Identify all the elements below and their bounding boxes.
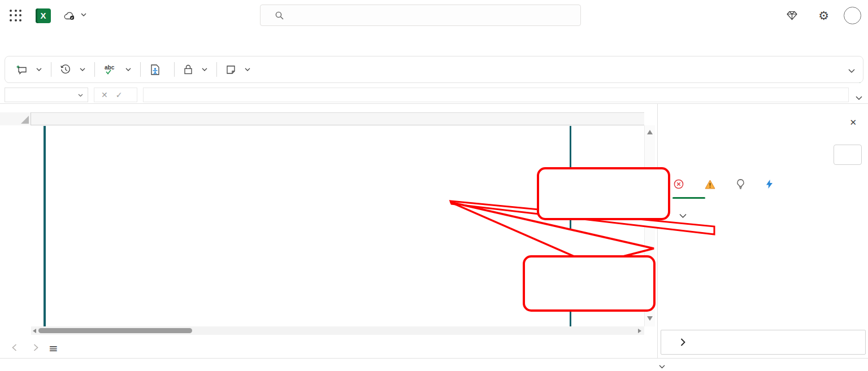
- lightbulb-icon: [736, 179, 745, 189]
- chevron-right-icon: [680, 338, 685, 346]
- gem-icon: [787, 11, 797, 20]
- note-icon: [226, 65, 236, 75]
- cloud-saved-icon: [64, 11, 75, 20]
- search-input[interactable]: [260, 5, 581, 26]
- scroll-up-icon[interactable]: [647, 130, 653, 134]
- accessibility-check-button[interactable]: [143, 60, 172, 79]
- top-right-cluster: ⚙: [787, 0, 868, 31]
- scroll-down-icon[interactable]: [647, 316, 653, 321]
- status-chevron-icon[interactable]: [659, 363, 665, 370]
- error-icon: [674, 179, 684, 189]
- chevron-down-icon: [125, 68, 131, 72]
- missing-alt-text-section[interactable]: [679, 213, 701, 219]
- excel-online-app: X ⚙ ✎: [0, 0, 868, 371]
- issue-filter-tabs: [674, 179, 777, 189]
- scroll-left-icon[interactable]: [33, 329, 36, 333]
- select-all-corner[interactable]: [0, 112, 31, 125]
- ribbon-collapse-chevron-icon[interactable]: [848, 66, 855, 76]
- settings-gear-icon[interactable]: ⚙: [818, 9, 829, 23]
- ribbon-toolbar: abc: [5, 56, 863, 83]
- comment-add-icon: [16, 65, 27, 75]
- ribbon-tab-row: ✎: [0, 31, 868, 55]
- spelling-statistics-button[interactable]: abc: [97, 60, 138, 79]
- chevron-down-icon: [36, 68, 42, 72]
- new-comment-button[interactable]: [10, 60, 49, 79]
- lock-icon: [184, 64, 193, 75]
- panel-close-icon[interactable]: ✕: [849, 117, 857, 128]
- tab-intelligent-services[interactable]: [766, 179, 777, 189]
- horizontal-scroll-thumb[interactable]: [38, 328, 192, 333]
- chart-left-edge: [44, 126, 46, 334]
- status-bar: [0, 358, 868, 371]
- name-box-chevron-icon[interactable]: [78, 94, 83, 99]
- cancel-entry-icon[interactable]: ✕: [101, 90, 108, 99]
- recheck-button[interactable]: [834, 145, 862, 165]
- protection-button[interactable]: [177, 60, 214, 79]
- sheet-nav-right-icon[interactable]: [28, 343, 43, 353]
- lightning-bolt-icon: [766, 179, 773, 189]
- name-box[interactable]: [5, 88, 88, 102]
- formula-input[interactable]: [143, 88, 849, 102]
- sheet-nav-left-icon[interactable]: [7, 343, 21, 353]
- horizontal-scrollbar[interactable]: [31, 326, 644, 335]
- accessibility-person-icon: [150, 64, 160, 75]
- active-tab-underline: [672, 197, 705, 199]
- annotation-callout-missing-alt: [537, 167, 670, 220]
- accessibility-panel: ✕: [657, 104, 868, 358]
- column-header-row: [0, 112, 644, 125]
- abc-check-icon: abc: [104, 64, 116, 75]
- confirm-entry-icon[interactable]: ✓: [116, 90, 123, 99]
- chevron-down-icon: [679, 213, 687, 219]
- formula-bar-chevron-icon[interactable]: [856, 93, 862, 103]
- tab-tips[interactable]: [736, 179, 749, 189]
- changes-history-button[interactable]: [54, 60, 92, 79]
- tab-errors[interactable]: [674, 179, 688, 189]
- svg-text:abc: abc: [105, 64, 115, 71]
- scroll-right-icon[interactable]: [638, 329, 641, 333]
- search-icon: [275, 11, 284, 20]
- sheet-tab-bar: ≡: [0, 339, 657, 358]
- avatar[interactable]: [844, 7, 861, 24]
- chevron-down-icon: [202, 68, 207, 72]
- warning-icon: [705, 180, 715, 189]
- formula-bar: ✕ ✓: [0, 86, 868, 104]
- chevron-down-icon: [245, 68, 250, 72]
- tab-warnings[interactable]: [705, 180, 719, 189]
- chevron-down-icon: [80, 68, 85, 72]
- excel-logo-icon[interactable]: X: [36, 8, 51, 23]
- history-clock-icon: [60, 64, 71, 75]
- notes-button[interactable]: [219, 60, 257, 79]
- title-chevron-down-icon[interactable]: [81, 13, 86, 18]
- buy-microsoft-365-button[interactable]: [787, 11, 802, 20]
- select-all-triangle-icon: [21, 116, 29, 124]
- sheet-list-menu-icon[interactable]: ≡: [49, 342, 58, 355]
- additional-information-toggle[interactable]: [661, 330, 866, 355]
- top-bar: X ⚙: [0, 0, 868, 31]
- app-launcher-icon[interactable]: [10, 10, 22, 22]
- annotation-callout-screen-reader: [523, 255, 656, 312]
